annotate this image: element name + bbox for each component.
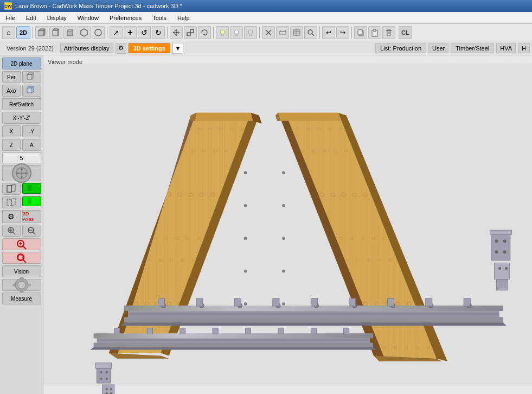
svg-rect-25: [293, 30, 300, 35]
sb-bottom-wheel[interactable]: [2, 279, 41, 291]
settings-dropdown-btn[interactable]: ▼: [172, 43, 183, 54]
menu-preferences[interactable]: Preferences: [104, 14, 147, 22]
sb-x-btn[interactable]: X: [2, 125, 21, 137]
svg-marker-105: [278, 113, 341, 121]
3d-settings-btn[interactable]: 3D settings: [129, 43, 170, 53]
attributes-display-btn[interactable]: Attributes display: [60, 43, 113, 53]
sb-axo-btn[interactable]: Axo: [2, 85, 21, 97]
sb-per-icon[interactable]: [22, 71, 41, 83]
sb-zoom-fit-btn[interactable]: [2, 252, 41, 264]
svg-rect-125: [349, 298, 356, 306]
menu-display[interactable]: Display: [42, 14, 72, 22]
tb-undo[interactable]: ↺: [138, 26, 151, 39]
menu-tools[interactable]: Tools: [147, 14, 172, 22]
sb-xyz-btn[interactable]: X'-Y'-Z': [2, 112, 41, 124]
sb-shaded-btn[interactable]: [22, 196, 41, 206]
svg-rect-32: [358, 30, 362, 35]
sb-vision-btn[interactable]: Vision: [2, 265, 41, 277]
tb-rotate[interactable]: [198, 26, 211, 39]
tb-redo2[interactable]: ↪: [336, 26, 349, 39]
tb-undo2[interactable]: ↩: [322, 26, 335, 39]
tb-delete[interactable]: [382, 26, 395, 39]
svg-point-163: [100, 371, 102, 373]
svg-marker-2: [44, 29, 45, 36]
menu-edit[interactable]: Edit: [21, 14, 42, 22]
sb-num-5: 5: [2, 152, 41, 163]
svg-rect-120: [158, 298, 164, 306]
sb-a-btn[interactable]: A: [22, 139, 41, 151]
tb-light3[interactable]: [244, 26, 257, 39]
svg-rect-131: [94, 342, 373, 347]
svg-marker-5: [58, 29, 59, 36]
svg-rect-15: [235, 34, 238, 36]
tb-redo[interactable]: ↻: [152, 26, 165, 39]
svg-point-156: [503, 250, 507, 253]
sb-zoom-red-btn[interactable]: [2, 238, 41, 250]
tb-2d-btn[interactable]: 2D: [16, 26, 30, 39]
svg-rect-138: [278, 328, 284, 334]
svg-point-166: [106, 378, 108, 380]
tb-sep-4: [213, 27, 214, 39]
tb-light2[interactable]: [230, 26, 243, 39]
tb-circle[interactable]: [92, 26, 105, 39]
menu-window[interactable]: Window: [72, 14, 104, 22]
tb-3d-top[interactable]: [63, 26, 76, 39]
tb-plus[interactable]: +: [124, 26, 137, 39]
settings-gear-icon[interactable]: ⚙: [116, 43, 126, 54]
tb-sep-1: [33, 27, 33, 39]
svg-rect-108: [124, 306, 503, 311]
svg-rect-134: [147, 328, 152, 334]
svg-rect-10: [187, 33, 190, 36]
sb-negy-btn[interactable]: -Y: [22, 125, 41, 137]
tb-move[interactable]: [170, 26, 183, 39]
tb-3d-side[interactable]: [49, 26, 62, 39]
sb-hidden-btn[interactable]: [2, 196, 21, 208]
sb-nav-icon[interactable]: [2, 165, 41, 181]
tb-home-btn[interactable]: ⌂: [2, 26, 15, 39]
menu-help[interactable]: Help: [172, 14, 195, 22]
svg-rect-3: [53, 30, 58, 36]
window-title: Lana Brown - CadWork Mass Timber Project…: [15, 3, 182, 9]
tb-search[interactable]: [304, 26, 317, 39]
tb-hexa[interactable]: [78, 26, 91, 39]
sb-settings2-icon[interactable]: 3D Axes: [22, 210, 41, 223]
sb-wireframe-btn[interactable]: [2, 183, 21, 195]
sb-zoom-out-btn[interactable]: [22, 225, 41, 237]
svg-marker-132: [91, 347, 377, 350]
tb-cut[interactable]: [262, 26, 275, 39]
timber-steel-label[interactable]: Timber/Steel: [451, 43, 494, 53]
tb-measure-tool[interactable]: [276, 26, 289, 39]
sb-z-btn[interactable]: Z: [2, 139, 21, 151]
svg-point-142: [244, 204, 247, 207]
viewport[interactable]: Viewer mode: [43, 55, 532, 394]
sb-measure-btn[interactable]: Measure: [2, 293, 41, 304]
sb-per-row: Per: [2, 71, 41, 83]
tb-light1[interactable]: [216, 26, 229, 39]
sb-refswitch-btn[interactable]: RefSwitch: [2, 98, 41, 110]
svg-point-9: [95, 29, 101, 36]
tb-scale[interactable]: [184, 26, 197, 39]
svg-point-150: [282, 302, 285, 305]
tb-list[interactable]: [290, 26, 303, 39]
sb-axo-row: Axo: [2, 85, 41, 97]
tb-3d-front[interactable]: [35, 26, 48, 39]
sb-axo-icon[interactable]: [22, 85, 41, 97]
sb-2dplane-btn[interactable]: 2D plane: [2, 58, 41, 69]
tb-cl-label: CL: [399, 26, 412, 39]
sb-zoom-in-btn[interactable]: [2, 225, 21, 237]
svg-marker-38: [387, 29, 390, 30]
sb-per-btn[interactable]: Per: [2, 71, 21, 83]
svg-rect-6: [67, 31, 73, 36]
viewer-mode-label: Viewer mode: [48, 59, 82, 65]
tb-copy[interactable]: [354, 26, 367, 39]
svg-rect-157: [495, 263, 510, 279]
svg-point-148: [282, 237, 285, 240]
sb-settings-icon[interactable]: ⚙: [2, 210, 21, 223]
tb-paste[interactable]: [368, 26, 381, 39]
hva-label: HVA: [496, 43, 516, 53]
menu-file[interactable]: File: [0, 14, 21, 22]
sb-solid-btn[interactable]: [22, 183, 41, 194]
tb-arrow[interactable]: ↗: [110, 26, 123, 39]
list-production-label[interactable]: List: Production: [375, 43, 426, 53]
svg-line-67: [23, 246, 26, 249]
